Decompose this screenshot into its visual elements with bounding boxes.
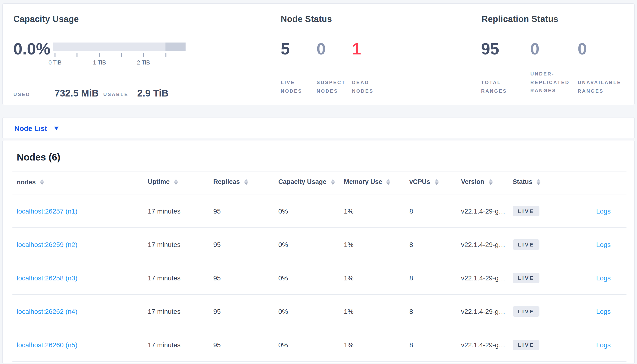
column-header-replicas[interactable]: Replicas (213, 178, 278, 187)
column-header-vcpus[interactable]: vCPUs (409, 178, 461, 187)
logs-link[interactable]: Logs (596, 308, 611, 315)
logs-link[interactable]: Logs (596, 240, 611, 248)
nodes-table-card: Nodes (6) nodes Uptime Replicas Capacity… (3, 140, 634, 364)
node-list-dropdown-label: Node List (14, 124, 47, 132)
nodes-table: nodes Uptime Replicas Capacity Usage Mem… (13, 171, 626, 362)
capacity-cell: 0% (278, 274, 344, 282)
column-header-nodes[interactable]: nodes (17, 178, 148, 187)
version-cell: v22.1.4-29-g… (461, 308, 513, 315)
column-header-uptime[interactable]: Uptime (148, 178, 213, 187)
suspect-nodes-label: SUSPECT NODES (316, 78, 346, 95)
logs-link[interactable]: Logs (596, 341, 611, 348)
sort-arrows-icon (387, 179, 391, 185)
memory-cell: 1% (344, 308, 409, 315)
version-cell: v22.1.4-29-g… (461, 341, 513, 348)
sort-arrows-icon (489, 179, 493, 185)
gauge-tick-label: 1 TiB (93, 59, 106, 66)
used-value: 732.5 MiB (55, 88, 99, 99)
live-nodes-count: 5 (281, 40, 290, 57)
replication-status-title: Replication Status (482, 14, 558, 24)
vcpus-cell: 8 (409, 207, 461, 215)
status-badge: LIVE (513, 272, 539, 283)
used-label: USED (14, 92, 30, 97)
total-ranges-count: 95 (481, 40, 499, 57)
usable-label: USABLE (103, 92, 128, 97)
usable-value: 2.9 TiB (137, 88, 168, 99)
vcpus-cell: 8 (409, 341, 461, 348)
version-cell: v22.1.4-29-g… (461, 274, 513, 282)
sort-arrows-icon (244, 179, 248, 185)
gauge-tick (121, 53, 122, 57)
capacity-gauge-bar (53, 42, 186, 51)
sort-arrows-icon (537, 179, 541, 185)
dead-nodes-label: DEAD NODES (352, 78, 374, 95)
node-list-dropdown[interactable]: Node List (3, 118, 634, 138)
under-replicated-ranges-label: UNDER- REPLICATED RANGES (530, 70, 569, 95)
node-link[interactable]: localhost:26259 (n2) (17, 240, 78, 248)
memory-cell: 1% (344, 240, 409, 248)
version-cell: v22.1.4-29-g… (461, 240, 513, 248)
suspect-nodes-count: 0 (316, 40, 326, 57)
unavailable-ranges-count: 0 (578, 40, 587, 57)
column-header-memory-use[interactable]: Memory Use (344, 178, 409, 187)
sort-arrows-icon (174, 179, 178, 185)
sort-arrows-icon (40, 179, 44, 185)
dead-nodes-count: 1 (352, 40, 361, 57)
capacity-cell: 0% (278, 207, 344, 215)
memory-cell: 1% (344, 274, 409, 282)
capacity-used-percent: 0.0% (14, 40, 51, 57)
column-header-capacity-usage[interactable]: Capacity Usage (278, 178, 344, 187)
replicas-cell: 95 (213, 207, 278, 215)
cluster-overview-page: Capacity Usage 0.0% 0 TiB 1 TiB 2 TiB US… (0, 0, 637, 364)
status-badge: LIVE (513, 206, 539, 216)
table-row: localhost:26262 (n4) 17 minutes 95 0% 1%… (13, 295, 626, 328)
node-link[interactable]: localhost:26260 (n5) (17, 341, 78, 348)
replicas-cell: 95 (213, 274, 278, 282)
status-badge: LIVE (513, 306, 539, 316)
gauge-tick-label: 0 TiB (49, 59, 62, 66)
uptime-cell: 17 minutes (148, 341, 213, 348)
node-link[interactable]: localhost:26262 (n4) (17, 308, 78, 315)
total-ranges-label: TOTAL RANGES (481, 78, 507, 95)
replicas-cell: 95 (213, 308, 278, 315)
chevron-down-icon (54, 126, 59, 130)
status-badge: LIVE (513, 340, 539, 350)
cluster-summary-card: Capacity Usage 0.0% 0 TiB 1 TiB 2 TiB US… (3, 3, 634, 105)
node-link[interactable]: localhost:26257 (n1) (17, 207, 78, 215)
node-link[interactable]: localhost:26258 (n3) (17, 274, 78, 282)
live-nodes-label: LIVE NODES (281, 78, 302, 95)
capacity-gauge-extra-segment (165, 42, 186, 51)
table-row: localhost:26257 (n1) 17 minutes 95 0% 1%… (13, 194, 626, 228)
table-row: localhost:26260 (n5) 17 minutes 95 0% 1%… (13, 328, 626, 362)
memory-cell: 1% (344, 341, 409, 348)
gauge-tick (143, 53, 144, 57)
nodes-section-heading: Nodes (6) (17, 152, 60, 163)
vcpus-cell: 8 (409, 274, 461, 282)
uptime-cell: 17 minutes (148, 308, 213, 315)
capacity-cell: 0% (278, 341, 344, 348)
capacity-cell: 0% (278, 308, 344, 315)
replicas-cell: 95 (213, 240, 278, 248)
unavailable-ranges-label: UNAVAILABLE RANGES (578, 78, 621, 95)
gauge-tick (77, 53, 78, 57)
vcpus-cell: 8 (409, 240, 461, 248)
logs-link[interactable]: Logs (596, 274, 611, 282)
logs-link[interactable]: Logs (596, 207, 611, 215)
view-selector-bar: Node List (3, 117, 634, 139)
gauge-tick (165, 53, 166, 57)
column-header-status[interactable]: Status (513, 178, 565, 187)
uptime-cell: 17 minutes (148, 274, 213, 282)
table-header-row: nodes Uptime Replicas Capacity Usage Mem… (13, 172, 626, 194)
gauge-tick-label: 2 TiB (137, 59, 150, 66)
vcpus-cell: 8 (409, 308, 461, 315)
table-row: localhost:26258 (n3) 17 minutes 95 0% 1%… (13, 261, 626, 295)
column-header-version[interactable]: Version (461, 178, 513, 187)
gauge-tick (55, 53, 56, 57)
sort-arrows-icon (331, 179, 335, 185)
replicas-cell: 95 (213, 341, 278, 348)
uptime-cell: 17 minutes (148, 240, 213, 248)
uptime-cell: 17 minutes (148, 207, 213, 215)
capacity-usage-title: Capacity Usage (14, 14, 79, 24)
sort-arrows-icon (435, 179, 438, 185)
memory-cell: 1% (344, 207, 409, 215)
